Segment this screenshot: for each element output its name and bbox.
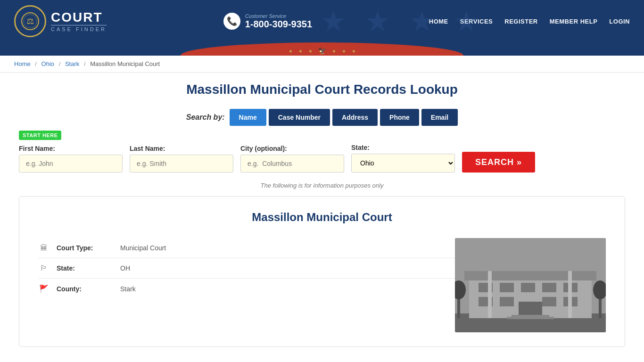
first-name-label: First Name: xyxy=(19,145,123,152)
detail-row-state: 🏳 State: OH xyxy=(38,258,455,279)
wave-star-5: ★ xyxy=(342,49,346,54)
state-icon: 🏳 xyxy=(38,264,50,272)
last-name-label: Last Name: xyxy=(130,145,233,152)
state-label: State: xyxy=(351,144,455,151)
court-type-icon: 🏛 xyxy=(38,244,50,252)
page-title: Massillon Municipal Court Records Lookup xyxy=(19,82,625,97)
tab-address[interactable]: Address xyxy=(332,109,378,126)
breadcrumb-current: Massillon Municipal Court xyxy=(90,60,160,67)
customer-service: 📞 Customer Service 1-800-309-9351 xyxy=(223,13,312,30)
state-group: State: Ohio Alabama Alaska Arizona Calif… xyxy=(351,144,455,173)
main-content: Massillon Municipal Court Records Lookup… xyxy=(0,73,644,356)
tab-name[interactable]: Name xyxy=(230,109,266,126)
first-name-input[interactable] xyxy=(19,155,123,173)
svg-rect-19 xyxy=(488,271,492,318)
court-info-content: 🏛 Court Type: Municipal Court 🏳 State: O… xyxy=(38,238,606,332)
search-button[interactable]: SEARCH » xyxy=(462,152,535,173)
svg-rect-9 xyxy=(521,283,535,292)
logo-icon: ⚖ xyxy=(14,5,46,37)
nav-login[interactable]: LOGIN xyxy=(609,18,630,25)
state-value: OH xyxy=(120,264,130,272)
cs-text: Customer Service 1-800-309-9351 xyxy=(245,13,312,30)
wave-stars: ★ ★ ★ 🦅 ★ ★ ★ xyxy=(289,47,356,55)
state-select[interactable]: Ohio Alabama Alaska Arizona California C… xyxy=(351,154,455,173)
info-note: The following is for information purpose… xyxy=(19,182,625,189)
svg-rect-18 xyxy=(507,317,554,319)
logo-subtitle: CASE FINDER xyxy=(51,25,107,32)
breadcrumb: Home / Ohio / Stark / Massillon Municipa… xyxy=(0,56,644,73)
logo: ⚖ COURT CASE FINDER xyxy=(14,5,107,37)
search-form-row: First Name: Last Name: City (optional): … xyxy=(19,144,625,173)
county-value: Stark xyxy=(120,285,136,293)
city-group: City (optional): xyxy=(240,145,344,173)
logo-text: COURT CASE FINDER xyxy=(51,11,107,32)
logo-title: COURT xyxy=(51,11,107,24)
court-details: 🏛 Court Type: Municipal Court 🏳 State: O… xyxy=(38,238,455,299)
header-bg-stars: ★ ★ ★ ★ xyxy=(321,0,479,42)
wave-star-1: ★ xyxy=(289,49,293,54)
detail-row-county: 🚩 County: Stark xyxy=(38,279,455,299)
svg-text:⚖: ⚖ xyxy=(26,16,34,26)
court-info-box: Massillon Municipal Court 🏛 Court Type: … xyxy=(19,196,625,347)
breadcrumb-county[interactable]: Stark xyxy=(65,60,79,67)
svg-rect-6 xyxy=(464,271,596,280)
svg-rect-20 xyxy=(568,271,572,318)
tab-email[interactable]: Email xyxy=(421,109,458,126)
search-by-label: Search by: xyxy=(186,113,225,122)
wave-star-6: ★ xyxy=(352,49,356,54)
wave-eagle-icon: 🦅 xyxy=(318,47,326,55)
court-type-value: Municipal Court xyxy=(120,244,166,252)
county-icon: 🚩 xyxy=(38,284,50,293)
city-label: City (optional): xyxy=(240,145,344,152)
cs-label: Customer Service xyxy=(245,13,312,19)
court-building-image xyxy=(455,238,606,332)
state-label-detail: State: xyxy=(57,264,113,272)
wave-star-2: ★ xyxy=(298,49,303,54)
last-name-group: Last Name: xyxy=(130,145,233,173)
breadcrumb-sep-3: / xyxy=(84,60,86,67)
phone-icon: 📞 xyxy=(223,13,240,30)
tab-case-number[interactable]: Case Number xyxy=(269,109,330,126)
nav-register[interactable]: REGISTER xyxy=(504,18,537,25)
court-type-label: Court Type: xyxy=(57,244,113,252)
red-wave-banner: ★ ★ ★ 🦅 ★ ★ ★ xyxy=(0,42,644,56)
breadcrumb-sep-1: / xyxy=(35,60,37,67)
start-here-badge: START HERE xyxy=(19,131,61,140)
breadcrumb-state[interactable]: Ohio xyxy=(41,60,54,67)
court-emblem-svg: ⚖ xyxy=(21,12,40,31)
nav-member-help[interactable]: MEMBER HELP xyxy=(550,18,598,25)
svg-rect-8 xyxy=(500,283,514,292)
cs-phone: 1-800-309-9351 xyxy=(245,19,312,30)
county-label: County: xyxy=(57,285,113,293)
detail-row-type: 🏛 Court Type: Municipal Court xyxy=(38,238,455,258)
site-header: ★ ★ ★ ★ ⚖ COURT CASE FINDER 📞 Customer S… xyxy=(0,0,644,42)
search-by-row: Search by: Name Case Number Address Phon… xyxy=(19,109,625,126)
svg-rect-14 xyxy=(542,297,556,306)
court-info-title: Massillon Municipal Court xyxy=(38,211,606,224)
last-name-input[interactable] xyxy=(130,155,233,173)
wave-star-4: ★ xyxy=(332,49,336,54)
building-svg xyxy=(455,238,606,332)
city-input[interactable] xyxy=(240,155,344,173)
search-area: Search by: Name Case Number Address Phon… xyxy=(19,109,625,173)
svg-rect-13 xyxy=(500,297,514,306)
breadcrumb-home[interactable]: Home xyxy=(14,60,31,67)
first-name-group: First Name: xyxy=(19,145,123,173)
breadcrumb-sep-2: / xyxy=(59,60,61,67)
svg-rect-10 xyxy=(542,283,556,292)
wave-star-3: ★ xyxy=(308,49,313,54)
tab-phone[interactable]: Phone xyxy=(380,109,419,126)
